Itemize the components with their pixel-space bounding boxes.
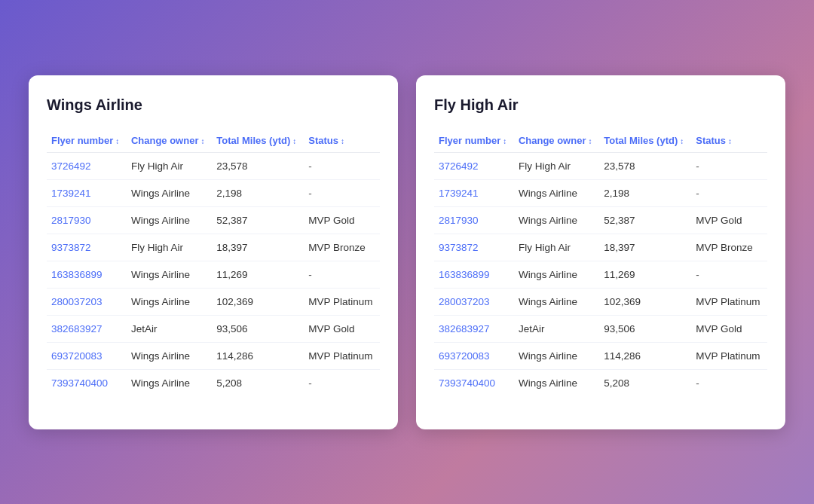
table-row: 7393740400Wings Airline5,208- [47, 369, 380, 396]
miles-cell: 23,578 [599, 152, 691, 179]
owner-cell: Wings Airline [127, 342, 212, 369]
flyer-number-link[interactable]: 7393740400 [51, 377, 108, 389]
sort-icon: ↕ [728, 137, 732, 145]
flyer-number-link[interactable]: 280037203 [51, 296, 103, 307]
flyer-number-link[interactable]: 1739241 [439, 188, 479, 199]
miles-cell: 18,397 [599, 234, 691, 261]
col-header-status[interactable]: Status↕ [304, 129, 380, 153]
flyer-number-link[interactable]: 3726492 [51, 160, 91, 172]
miles-cell: 11,269 [212, 261, 304, 288]
owner-cell: Wings Airline [127, 288, 212, 315]
owner-cell: Wings Airline [514, 369, 599, 396]
status-cell: - [691, 179, 767, 206]
status-cell: - [304, 369, 380, 396]
status-cell: MVP Gold [691, 315, 767, 342]
flyer-number-link[interactable]: 2817930 [439, 215, 479, 226]
card-title-fly-high-air: Fly High Air [434, 96, 767, 114]
table-row: 2817930Wings Airline52,387MVP Gold [47, 206, 380, 234]
status-cell: MVP Bronze [691, 234, 767, 261]
owner-cell: Wings Airline [127, 261, 212, 288]
sort-icon: ↕ [503, 137, 506, 145]
flyer-number-link[interactable]: 3726492 [439, 160, 479, 172]
flyer-number-link[interactable]: 9373872 [439, 242, 479, 253]
flyer-number-link[interactable]: 163836899 [439, 269, 490, 280]
table-row: 280037203Wings Airline102,369MVP Platinu… [434, 288, 767, 315]
owner-cell: Fly High Air [514, 234, 599, 261]
miles-cell: 114,286 [212, 342, 304, 369]
miles-cell: 102,369 [212, 288, 304, 315]
status-cell: - [691, 261, 767, 288]
miles-cell: 23,578 [212, 152, 304, 179]
flyer-number-link[interactable]: 9373872 [51, 242, 91, 253]
owner-cell: Wings Airline [127, 369, 212, 396]
col-header-status[interactable]: Status↕ [691, 129, 767, 153]
status-cell: MVP Platinum [691, 342, 767, 369]
owner-cell: Wings Airline [514, 179, 599, 206]
owner-cell: Fly High Air [127, 152, 212, 179]
status-cell: MVP Gold [691, 206, 767, 234]
miles-cell: 114,286 [599, 342, 691, 369]
table-row: 3726492Fly High Air23,578- [47, 152, 380, 179]
owner-cell: Wings Airline [514, 261, 599, 288]
table-row: 382683927JetAir93,506MVP Gold [47, 315, 380, 342]
flyer-number-link[interactable]: 2817930 [51, 215, 91, 226]
table-row: 693720083Wings Airline114,286MVP Platinu… [47, 342, 380, 369]
owner-cell: Fly High Air [514, 152, 599, 179]
owner-cell: Wings Airline [127, 179, 212, 206]
table-row: 693720083Wings Airline114,286MVP Platinu… [434, 342, 767, 369]
card-wings-airline: Wings AirlineFlyer number↕Change owner↕T… [29, 75, 398, 429]
status-cell: - [691, 369, 767, 396]
flyer-number-link[interactable]: 693720083 [51, 350, 103, 362]
miles-cell: 52,387 [212, 206, 304, 234]
table-row: 1739241Wings Airline2,198- [434, 179, 767, 206]
table-row: 9373872Fly High Air18,397MVP Bronze [47, 234, 380, 261]
table-row: 2817930Wings Airline52,387MVP Gold [434, 206, 767, 234]
owner-cell: JetAir [127, 315, 212, 342]
sort-icon: ↕ [292, 137, 296, 145]
miles-cell: 93,506 [212, 315, 304, 342]
miles-cell: 93,506 [599, 315, 691, 342]
table-fly-high-air: Flyer number↕Change owner↕Total Miles (y… [434, 129, 767, 396]
miles-cell: 52,387 [599, 206, 691, 234]
owner-cell: Wings Airline [127, 206, 212, 234]
status-cell: - [691, 152, 767, 179]
owner-cell: Wings Airline [514, 288, 599, 315]
flyer-number-link[interactable]: 382683927 [439, 323, 490, 334]
flyer-number-link[interactable]: 1739241 [51, 188, 91, 199]
status-cell: - [304, 152, 380, 179]
col-header-owner[interactable]: Change owner↕ [514, 129, 599, 153]
miles-cell: 11,269 [599, 261, 691, 288]
owner-cell: Wings Airline [514, 206, 599, 234]
col-header-flyer[interactable]: Flyer number↕ [434, 129, 514, 153]
owner-cell: Fly High Air [127, 234, 212, 261]
miles-cell: 102,369 [599, 288, 691, 315]
sort-icon: ↕ [341, 137, 344, 145]
miles-cell: 2,198 [212, 179, 304, 206]
table-row: 163836899Wings Airline11,269- [47, 261, 380, 288]
status-cell: MVP Platinum [304, 342, 380, 369]
table-row: 1739241Wings Airline2,198- [47, 179, 380, 206]
status-cell: MVP Platinum [304, 288, 380, 315]
table-wings-airline: Flyer number↕Change owner↕Total Miles (y… [47, 129, 380, 396]
status-cell: MVP Gold [304, 315, 380, 342]
table-row: 163836899Wings Airline11,269- [434, 261, 767, 288]
miles-cell: 5,208 [599, 369, 691, 396]
col-header-miles[interactable]: Total Miles (ytd)↕ [212, 129, 304, 153]
flyer-number-link[interactable]: 693720083 [439, 350, 490, 362]
flyer-number-link[interactable]: 280037203 [439, 296, 490, 307]
flyer-number-link[interactable]: 382683927 [51, 323, 103, 334]
col-header-flyer[interactable]: Flyer number↕ [47, 129, 127, 153]
col-header-owner[interactable]: Change owner↕ [127, 129, 212, 153]
flyer-number-link[interactable]: 163836899 [51, 269, 103, 280]
miles-cell: 5,208 [212, 369, 304, 396]
table-row: 382683927JetAir93,506MVP Gold [434, 315, 767, 342]
status-cell: MVP Platinum [691, 288, 767, 315]
flyer-number-link[interactable]: 7393740400 [439, 377, 495, 389]
status-cell: - [304, 261, 380, 288]
table-row: 9373872Fly High Air18,397MVP Bronze [434, 234, 767, 261]
col-header-miles[interactable]: Total Miles (ytd)↕ [599, 129, 691, 153]
owner-cell: JetAir [514, 315, 599, 342]
sort-icon: ↕ [200, 137, 204, 145]
status-cell: MVP Bronze [304, 234, 380, 261]
card-title-wings-airline: Wings Airline [47, 96, 380, 114]
